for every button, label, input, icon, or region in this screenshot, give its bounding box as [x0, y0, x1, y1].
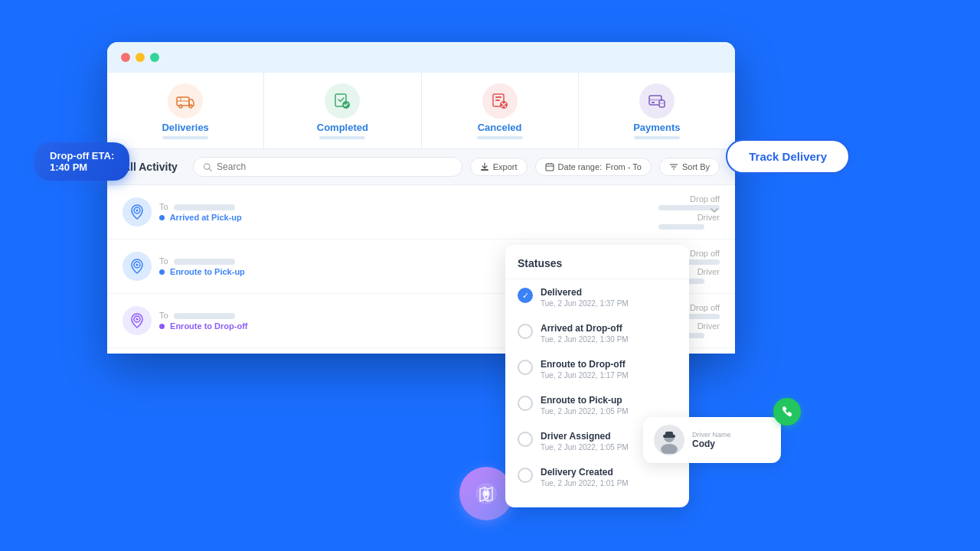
tab-completed[interactable]: Completed	[264, 73, 421, 148]
svg-rect-18	[481, 169, 488, 171]
calendar-icon	[545, 162, 554, 171]
status-check	[518, 288, 533, 303]
status-item[interactable]: Delivery Created Tue, 2 Jun 2022, 1:01 P…	[505, 459, 689, 495]
canceled-icon	[489, 90, 511, 112]
svg-point-1	[179, 105, 182, 108]
status-item-name: Arrived at Drop-off	[541, 323, 629, 334]
status-item[interactable]: Arrived at Drop-off Tue, 2 Jun 2022, 1:3…	[505, 315, 689, 351]
avatar	[122, 252, 152, 281]
status-item-text: Delivered Tue, 2 Jun 2022, 1:37 PM	[541, 287, 629, 308]
svg-point-31	[136, 318, 139, 321]
svg-rect-15	[659, 103, 665, 104]
deliveries-bar	[162, 136, 208, 139]
all-activity-title: All Activity	[122, 161, 178, 173]
status-check	[518, 432, 533, 447]
status-item-time: Tue, 2 Jun 2022, 1:05 PM	[541, 407, 629, 416]
export-icon	[480, 162, 489, 171]
status-item-time: Tue, 2 Jun 2022, 1:05 PM	[541, 443, 629, 452]
driver-info: Driver Name Cody	[692, 431, 731, 449]
status-dot	[159, 269, 165, 275]
location-icon	[129, 258, 145, 275]
to-address	[174, 259, 235, 265]
date-range-button[interactable]: Date range: From - To	[535, 158, 652, 176]
status-dot	[159, 324, 165, 329]
eta-bubble: Drop-off ETA: 1:40 PM	[34, 142, 129, 181]
status-item-name: Enroute to Pick-up	[541, 395, 629, 406]
to-address	[174, 204, 235, 210]
svg-line-17	[209, 168, 211, 171]
tab-bar: Deliveries Completed	[107, 73, 735, 149]
status-check	[518, 468, 533, 483]
search-box[interactable]	[193, 157, 462, 177]
payments-icon	[646, 90, 668, 112]
status-dot	[159, 215, 165, 220]
completed-icon	[332, 90, 353, 112]
status-item-name: Enroute to Drop-off	[541, 359, 629, 370]
status-check	[518, 324, 533, 339]
driver-name-value: Cody	[692, 439, 731, 449]
canceled-label: Canceled	[478, 122, 522, 133]
completed-bar	[319, 136, 365, 139]
svg-rect-8	[495, 96, 501, 98]
driver-card: Driver Name Cody	[643, 417, 781, 463]
status-item[interactable]: Enroute to Drop-off Tue, 2 Jun 2022, 1:1…	[505, 351, 689, 387]
truck-icon	[175, 90, 196, 112]
driver-bar	[658, 224, 704, 230]
phone-button[interactable]	[773, 398, 801, 425]
titlebar	[107, 42, 735, 73]
status-item-text: Delivery Created Tue, 2 Jun 2022, 1:01 P…	[541, 467, 629, 487]
tab-payments[interactable]: Payments	[579, 73, 735, 148]
status-arrived-at-pickup: Arrived at Pick-up	[159, 213, 658, 222]
status-item-time: Tue, 2 Jun 2022, 1:17 PM	[541, 371, 629, 380]
location-icon	[129, 312, 145, 329]
status-item[interactable]: Delivered Tue, 2 Jun 2022, 1:37 PM	[505, 279, 689, 315]
dot-green	[150, 53, 159, 62]
phone-icon	[780, 405, 794, 419]
status-item-time: Tue, 2 Jun 2022, 1:01 PM	[541, 479, 629, 487]
sort-icon	[669, 162, 678, 171]
status-item-time: Tue, 2 Jun 2022, 1:37 PM	[541, 299, 629, 308]
location-icon	[129, 204, 145, 220]
toolbar: All Activity Export Date range: From	[107, 149, 735, 185]
to-address	[174, 313, 235, 319]
payments-icon-wrap	[639, 83, 675, 119]
status-item-text: Driver Assigned Tue, 2 Jun 2022, 1:05 PM	[541, 431, 629, 452]
deliveries-icon-wrap	[168, 83, 203, 119]
status-check	[518, 360, 533, 375]
track-delivery-button[interactable]: Track Delivery	[726, 139, 850, 174]
table-row[interactable]: To Arrived at Pick-up Drop off Driver	[107, 185, 735, 240]
svg-rect-19	[546, 164, 554, 171]
status-item-time: Tue, 2 Jun 2022, 1:30 PM	[541, 335, 629, 344]
status-item-text: Enroute to Drop-off Tue, 2 Jun 2022, 1:1…	[541, 359, 629, 380]
deliveries-label: Deliveries	[162, 122, 208, 133]
status-check	[518, 396, 533, 411]
payments-bar	[634, 136, 680, 139]
status-item-text: Arrived at Drop-off Tue, 2 Jun 2022, 1:3…	[541, 323, 629, 344]
to-label: To	[159, 202, 658, 211]
canceled-icon-wrap	[482, 83, 518, 119]
svg-point-27	[136, 210, 139, 212]
search-input[interactable]	[217, 161, 452, 172]
tab-canceled[interactable]: Canceled	[422, 73, 579, 148]
tab-deliveries[interactable]: Deliveries	[107, 73, 264, 148]
status-item-text: Enroute to Pick-up Tue, 2 Jun 2022, 1:05…	[541, 395, 629, 416]
sort-by-button[interactable]: Sort By	[659, 158, 720, 176]
completed-label: Completed	[317, 122, 368, 133]
avatar	[122, 197, 152, 227]
svg-point-29	[136, 264, 139, 266]
avatar	[122, 306, 152, 335]
svg-point-39	[484, 491, 488, 496]
status-item-name: Driver Assigned	[541, 431, 629, 442]
dot-yellow	[136, 53, 145, 62]
svg-point-33	[661, 444, 678, 454]
status-item-name: Delivery Created	[541, 467, 629, 478]
map-icon	[472, 480, 500, 507]
driver-name-label: Driver Name	[692, 431, 731, 439]
search-icon	[203, 162, 212, 172]
driver-avatar	[654, 425, 684, 455]
dot-red	[121, 53, 130, 62]
export-button[interactable]: Export	[470, 158, 528, 176]
chevron-down-icon	[709, 205, 720, 216]
status-item-name: Delivered	[541, 287, 629, 298]
svg-point-2	[189, 105, 192, 108]
